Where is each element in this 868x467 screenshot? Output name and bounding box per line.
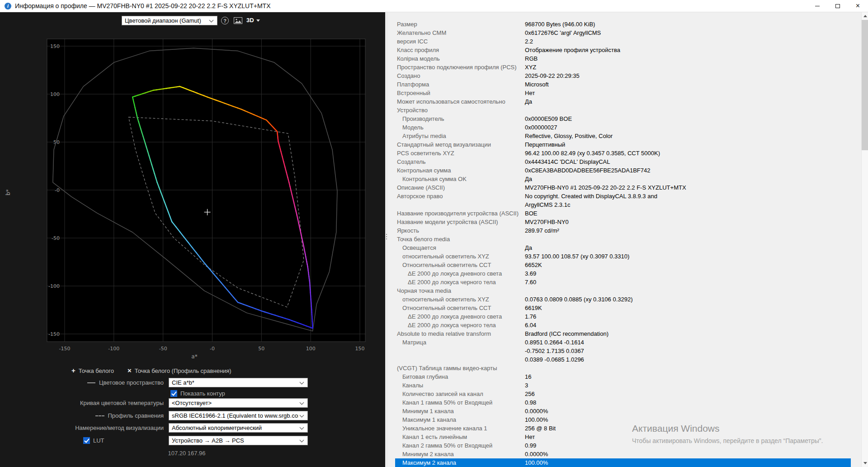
property-value: 256 bbox=[525, 390, 535, 398]
property-value: 968700 Bytes (946.00 KiB) bbox=[525, 20, 595, 29]
table-row[interactable]: Модель0x00000027 bbox=[395, 123, 851, 132]
table-row[interactable]: Производитель0x0000E509 BOE bbox=[395, 114, 851, 123]
table-row[interactable]: ВстроенныйНет bbox=[395, 89, 851, 97]
scroll-up-button[interactable] bbox=[862, 12, 868, 20]
table-row[interactable]: -0.7502 1.7135 0.0367 bbox=[395, 347, 851, 355]
table-row[interactable]: Точка белого media bbox=[395, 235, 851, 243]
property-name: Каналы bbox=[395, 381, 423, 390]
property-value: 3 bbox=[525, 381, 528, 390]
table-row[interactable]: Колірна модельRGB bbox=[395, 54, 851, 63]
table-row[interactable]: Атрибуты mediaReflective, Glossy, Positi… bbox=[395, 132, 851, 140]
maximize-button[interactable] bbox=[827, 0, 848, 12]
colorspace-value: CIE a*b* bbox=[172, 379, 298, 386]
gamut-plot[interactable]: -150-150-100-100-50-50-0-050501001001501… bbox=[0, 12, 385, 363]
table-row[interactable]: 0.0389 -0.0685 1.0296 bbox=[395, 355, 851, 364]
info-icon: i bbox=[5, 3, 11, 10]
table-row[interactable]: Яркость289.97 cd/m² bbox=[395, 226, 851, 235]
property-name: Канал 1 есть линейным bbox=[395, 433, 467, 441]
table-row[interactable]: версия ICC2.2 bbox=[395, 37, 851, 46]
table-row[interactable]: Чорная точка media bbox=[395, 286, 851, 295]
table-row[interactable]: Может использоваться самостоятельноДа bbox=[395, 97, 851, 106]
property-name: Может использоваться самостоятельно bbox=[395, 97, 505, 106]
rendering-intent-select[interactable]: Абсолютный колориметрический bbox=[169, 423, 308, 433]
property-name: Точка белого media bbox=[395, 235, 450, 243]
comparison-profile-select[interactable]: sRGB IEC61966-2.1 (Equivalent to www.srg… bbox=[169, 411, 308, 420]
view-3d-button[interactable]: 3D bbox=[246, 17, 260, 24]
property-name: Пространство подключения профиля (PCS) bbox=[395, 63, 517, 71]
property-name: Модель bbox=[395, 123, 424, 132]
lut-checkbox[interactable] bbox=[83, 437, 90, 444]
table-row[interactable]: Стандартный метод визуализацииПерцептивн… bbox=[395, 140, 851, 149]
gamut-view-select[interactable]: Цветовой диапазон (Gamut) bbox=[122, 16, 217, 25]
table-row[interactable]: ArgyllCMS 2.3.1c bbox=[395, 200, 851, 209]
table-row[interactable]: Контрольная сумма OKДа bbox=[395, 175, 851, 183]
table-row[interactable]: относительный осветитель XYZ93.57 100.00… bbox=[395, 252, 851, 261]
scrollbar-thumb[interactable] bbox=[862, 20, 868, 150]
table-row[interactable]: Относительный осветитель CCT6652K bbox=[395, 261, 851, 269]
show-outline-checkbox[interactable] bbox=[170, 390, 177, 397]
table-row[interactable]: Канал 1 гамма 50% от Входящей0.98 bbox=[395, 398, 851, 407]
table-row[interactable]: Каналы3 bbox=[395, 381, 851, 390]
svg-text:100: 100 bbox=[50, 91, 60, 97]
table-row[interactable]: (VCGT) Таблица гаммы видео-карты bbox=[395, 364, 851, 372]
table-row[interactable]: Absolute to media relative transformBrad… bbox=[395, 329, 851, 338]
table-row[interactable]: Устройство bbox=[395, 106, 851, 114]
table-row[interactable]: ОсвещаетсяДа bbox=[395, 243, 851, 252]
table-row[interactable]: Относительный осветитель CCT6619K bbox=[395, 304, 851, 312]
table-row[interactable]: Авторское правоNo copyright. Created wit… bbox=[395, 192, 851, 200]
property-value: Да bbox=[525, 175, 532, 183]
close-button[interactable]: × bbox=[848, 0, 868, 12]
table-row[interactable]: Максимум 2 канала100.00% bbox=[395, 458, 851, 467]
property-name: Название модели устройства (ASCII) bbox=[395, 218, 498, 226]
help-button[interactable]: ? bbox=[221, 17, 229, 24]
splitter-grip-icon bbox=[386, 234, 387, 239]
export-image-button[interactable] bbox=[234, 17, 242, 26]
table-row[interactable]: Матрица0.8951 0.2664 -0.1614 bbox=[395, 338, 851, 347]
table-row[interactable]: Создатель0x4443414C 'DCAL' DisplayCAL bbox=[395, 157, 851, 166]
svg-text:-100: -100 bbox=[108, 346, 119, 352]
table-row[interactable]: ΔE 2000 до локуса дневного света3.69 bbox=[395, 269, 851, 278]
table-row[interactable]: ПлатформаMicrosoft bbox=[395, 80, 851, 89]
property-table: Размер968700 Bytes (946.00 KiB)Желательн… bbox=[395, 20, 851, 467]
property-name: Контрольная сумма bbox=[395, 166, 451, 175]
scroll-down-button[interactable] bbox=[862, 459, 868, 467]
arrow-up-icon bbox=[863, 15, 867, 17]
property-value: 2025-09-22 20:29:35 bbox=[525, 71, 580, 80]
table-row[interactable]: Класс профиляОтображение профиля устройс… bbox=[395, 46, 851, 54]
lut-select[interactable]: Устройство → A2B → PCS bbox=[169, 436, 308, 445]
vertical-scrollbar[interactable] bbox=[861, 12, 868, 467]
property-value: Отображение профиля устройства bbox=[525, 46, 620, 54]
table-row[interactable]: Контрольная сумма0xC8EA3BABD0DADBEE56FBE… bbox=[395, 166, 851, 175]
property-name: Название производителя устройства (ASCII… bbox=[395, 209, 519, 218]
dashed-line-icon bbox=[95, 415, 104, 416]
table-row[interactable]: Описание (ASCII)MV270FHB-NY0 #1 2025-09-… bbox=[395, 183, 851, 192]
table-row[interactable]: Минимум 1 канала0.0000% bbox=[395, 407, 851, 415]
table-row[interactable]: Битовая глубина16 bbox=[395, 372, 851, 381]
svg-text:-100: -100 bbox=[48, 283, 60, 289]
temperature-curve-select[interactable]: <Отсутствует> bbox=[169, 398, 308, 408]
colorspace-select[interactable]: CIE a*b* bbox=[169, 378, 308, 387]
property-name: Создатель bbox=[395, 157, 426, 166]
table-row[interactable]: относительный осветитель XYZ0.0763 0.080… bbox=[395, 295, 851, 304]
cursor-coordinates: 107.20 167.96 bbox=[142, 450, 232, 457]
table-row[interactable]: Пространство подключения профиля (PCS)XY… bbox=[395, 63, 851, 71]
table-row[interactable]: PCS осветитель XYZ96.42 100.00 82.49 (xy… bbox=[395, 149, 851, 157]
table-row[interactable]: Желательно CMM0x6172676C 'argl' ArgyllCM… bbox=[395, 29, 851, 37]
table-row[interactable]: ΔE 2000 до локуса черного тела6.04 bbox=[395, 321, 851, 329]
table-row[interactable]: Название модели устройства (ASCII)MV270F… bbox=[395, 218, 851, 226]
minimize-icon bbox=[815, 6, 820, 6]
property-value: 6619K bbox=[525, 304, 542, 312]
table-row[interactable]: ΔE 2000 до локуса дневного света1.76 bbox=[395, 312, 851, 321]
table-row[interactable]: Размер968700 Bytes (946.00 KiB) bbox=[395, 20, 851, 29]
plus-marker-icon: + bbox=[71, 367, 75, 374]
svg-text:-0: -0 bbox=[210, 346, 215, 352]
property-value: No copyright. Created with DisplayCAL 3.… bbox=[525, 192, 657, 200]
table-row[interactable]: ΔE 2000 до локуса черного тела7.60 bbox=[395, 278, 851, 286]
temperature-curve-label: Кривая цветовой температуры bbox=[50, 398, 164, 408]
minimize-button[interactable] bbox=[807, 0, 827, 12]
table-row[interactable]: Количество записей на канал256 bbox=[395, 390, 851, 398]
table-row[interactable]: Создано2025-09-22 20:29:35 bbox=[395, 71, 851, 80]
table-row[interactable]: Минимум 2 канала0.0000% bbox=[395, 450, 851, 458]
property-value: 0.98 bbox=[525, 398, 536, 407]
table-row[interactable]: Название производителя устройства (ASCII… bbox=[395, 209, 851, 218]
